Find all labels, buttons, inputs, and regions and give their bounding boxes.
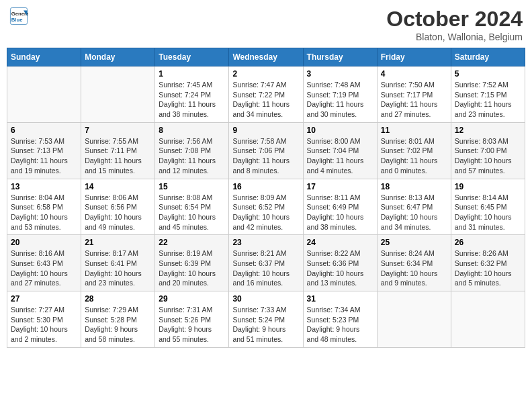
day-number: 17 [307, 182, 373, 191]
header-sunday: Sunday [7, 48, 81, 66]
calendar-cell: 22 Sunrise: 8:19 AMSunset: 6:39 PMDaylig… [155, 235, 229, 291]
calendar-cell [7, 66, 81, 123]
calendar-cell: 13 Sunrise: 8:04 AMSunset: 6:58 PMDaylig… [7, 179, 81, 235]
week-row-2: 6 Sunrise: 7:53 AMSunset: 7:13 PMDayligh… [7, 122, 525, 179]
calendar-cell: 2 Sunrise: 7:47 AMSunset: 7:22 PMDayligh… [229, 66, 303, 123]
header-monday: Monday [81, 48, 155, 66]
calendar-cell: 27 Sunrise: 7:27 AMSunset: 5:30 PMDaylig… [7, 291, 81, 348]
day-info: Sunrise: 8:21 AMSunset: 6:37 PMDaylight:… [232, 248, 299, 288]
day-number: 2 [232, 69, 299, 79]
calendar-cell: 5 Sunrise: 7:52 AMSunset: 7:15 PMDayligh… [451, 66, 525, 123]
day-number: 26 [455, 238, 521, 247]
day-number: 13 [11, 182, 77, 191]
calendar-cell: 9 Sunrise: 7:58 AMSunset: 7:06 PMDayligh… [229, 122, 303, 179]
week-row-1: 1 Sunrise: 7:45 AMSunset: 7:24 PMDayligh… [7, 66, 525, 123]
day-info: Sunrise: 8:06 AMSunset: 6:56 PMDaylight:… [85, 193, 151, 232]
day-info: Sunrise: 7:55 AMSunset: 7:11 PMDaylight:… [85, 136, 151, 176]
day-number: 1 [159, 69, 225, 79]
day-number: 9 [232, 126, 299, 135]
calendar-cell: 14 Sunrise: 8:06 AMSunset: 6:56 PMDaylig… [81, 179, 155, 235]
day-number: 11 [381, 126, 447, 135]
day-info: Sunrise: 7:52 AMSunset: 7:15 PMDaylight:… [455, 80, 521, 120]
calendar-cell: 12 Sunrise: 8:03 AMSunset: 7:00 PMDaylig… [451, 122, 525, 179]
day-number: 30 [232, 294, 299, 304]
day-number: 20 [11, 238, 77, 247]
calendar-cell: 15 Sunrise: 8:08 AMSunset: 6:54 PMDaylig… [155, 179, 229, 235]
header-tuesday: Tuesday [155, 48, 229, 66]
day-info: Sunrise: 8:01 AMSunset: 7:02 PMDaylight:… [381, 136, 447, 176]
day-number: 12 [455, 126, 521, 135]
location-label: Blaton, Wallonia, Belgium [386, 32, 523, 42]
header-friday: Friday [377, 48, 451, 66]
day-number: 7 [85, 126, 151, 135]
day-number: 4 [381, 69, 447, 79]
day-number: 8 [159, 126, 225, 135]
day-number: 15 [159, 182, 225, 191]
day-info: Sunrise: 8:00 AMSunset: 7:04 PMDaylight:… [307, 136, 373, 176]
calendar-cell: 7 Sunrise: 7:55 AMSunset: 7:11 PMDayligh… [81, 122, 155, 179]
day-number: 5 [455, 69, 521, 79]
calendar-cell: 21 Sunrise: 8:17 AMSunset: 6:41 PMDaylig… [81, 235, 155, 291]
day-info: Sunrise: 7:31 AMSunset: 5:26 PMDaylight:… [159, 305, 225, 345]
day-number: 21 [85, 238, 151, 247]
day-info: Sunrise: 7:34 AMSunset: 5:23 PMDaylight:… [307, 305, 373, 345]
header-saturday: Saturday [451, 48, 525, 66]
day-info: Sunrise: 7:56 AMSunset: 7:08 PMDaylight:… [159, 136, 225, 176]
day-info: Sunrise: 7:47 AMSunset: 7:22 PMDaylight:… [232, 80, 299, 120]
day-info: Sunrise: 7:58 AMSunset: 7:06 PMDaylight:… [232, 136, 299, 176]
day-number: 19 [455, 182, 521, 191]
month-title: October 2024 [386, 7, 523, 32]
day-number: 16 [232, 182, 299, 191]
calendar-cell: 29 Sunrise: 7:31 AMSunset: 5:26 PMDaylig… [155, 291, 229, 348]
weekday-header-row: SundayMondayTuesdayWednesdayThursdayFrid… [7, 48, 525, 66]
calendar-cell: 16 Sunrise: 8:09 AMSunset: 6:52 PMDaylig… [229, 179, 303, 235]
logo-icon: General Blue [9, 7, 28, 26]
calendar-cell: 31 Sunrise: 7:34 AMSunset: 5:23 PMDaylig… [303, 291, 377, 348]
day-info: Sunrise: 8:14 AMSunset: 6:45 PMDaylight:… [455, 193, 521, 232]
day-number: 18 [381, 182, 447, 191]
calendar-cell: 1 Sunrise: 7:45 AMSunset: 7:24 PMDayligh… [155, 66, 229, 123]
calendar-cell: 19 Sunrise: 8:14 AMSunset: 6:45 PMDaylig… [451, 179, 525, 235]
day-info: Sunrise: 7:53 AMSunset: 7:13 PMDaylight:… [11, 136, 77, 176]
day-number: 27 [11, 294, 77, 304]
day-number: 6 [11, 126, 77, 135]
day-info: Sunrise: 7:45 AMSunset: 7:24 PMDaylight:… [159, 80, 225, 120]
calendar-cell: 18 Sunrise: 8:13 AMSunset: 6:47 PMDaylig… [377, 179, 451, 235]
day-info: Sunrise: 8:19 AMSunset: 6:39 PMDaylight:… [159, 248, 225, 288]
day-info: Sunrise: 7:27 AMSunset: 5:30 PMDaylight:… [11, 305, 77, 345]
day-number: 10 [307, 126, 373, 135]
day-number: 23 [232, 238, 299, 247]
page-header: General Blue October 2024 Blaton, Wallon… [7, 7, 525, 42]
day-info: Sunrise: 8:17 AMSunset: 6:41 PMDaylight:… [85, 248, 151, 288]
day-info: Sunrise: 8:09 AMSunset: 6:52 PMDaylight:… [232, 193, 299, 232]
calendar-cell: 17 Sunrise: 8:11 AMSunset: 6:49 PMDaylig… [303, 179, 377, 235]
calendar-cell [451, 291, 525, 348]
day-number: 31 [307, 294, 373, 304]
day-info: Sunrise: 8:22 AMSunset: 6:36 PMDaylight:… [307, 248, 373, 288]
day-info: Sunrise: 8:08 AMSunset: 6:54 PMDaylight:… [159, 193, 225, 232]
week-row-3: 13 Sunrise: 8:04 AMSunset: 6:58 PMDaylig… [7, 179, 525, 235]
calendar-cell: 20 Sunrise: 8:16 AMSunset: 6:43 PMDaylig… [7, 235, 81, 291]
calendar-cell: 10 Sunrise: 8:00 AMSunset: 7:04 PMDaylig… [303, 122, 377, 179]
day-number: 28 [85, 294, 151, 304]
calendar-cell: 4 Sunrise: 7:50 AMSunset: 7:17 PMDayligh… [377, 66, 451, 123]
calendar-cell [377, 291, 451, 348]
day-info: Sunrise: 8:13 AMSunset: 6:47 PMDaylight:… [381, 193, 447, 232]
calendar-table: SundayMondayTuesdayWednesdayThursdayFrid… [7, 48, 525, 348]
day-number: 24 [307, 238, 373, 247]
day-number: 25 [381, 238, 447, 247]
calendar-cell: 6 Sunrise: 7:53 AMSunset: 7:13 PMDayligh… [7, 122, 81, 179]
week-row-5: 27 Sunrise: 7:27 AMSunset: 5:30 PMDaylig… [7, 291, 525, 348]
day-info: Sunrise: 8:04 AMSunset: 6:58 PMDaylight:… [11, 193, 77, 232]
calendar-cell: 11 Sunrise: 8:01 AMSunset: 7:02 PMDaylig… [377, 122, 451, 179]
calendar-cell: 28 Sunrise: 7:29 AMSunset: 5:28 PMDaylig… [81, 291, 155, 348]
day-info: Sunrise: 7:50 AMSunset: 7:17 PMDaylight:… [381, 80, 447, 120]
calendar-cell: 24 Sunrise: 8:22 AMSunset: 6:36 PMDaylig… [303, 235, 377, 291]
day-info: Sunrise: 7:33 AMSunset: 5:24 PMDaylight:… [232, 305, 299, 345]
day-info: Sunrise: 7:48 AMSunset: 7:19 PMDaylight:… [307, 80, 373, 120]
day-number: 3 [307, 69, 373, 79]
day-info: Sunrise: 8:16 AMSunset: 6:43 PMDaylight:… [11, 248, 77, 288]
calendar-cell [81, 66, 155, 123]
calendar-cell: 8 Sunrise: 7:56 AMSunset: 7:08 PMDayligh… [155, 122, 229, 179]
header-thursday: Thursday [303, 48, 377, 66]
